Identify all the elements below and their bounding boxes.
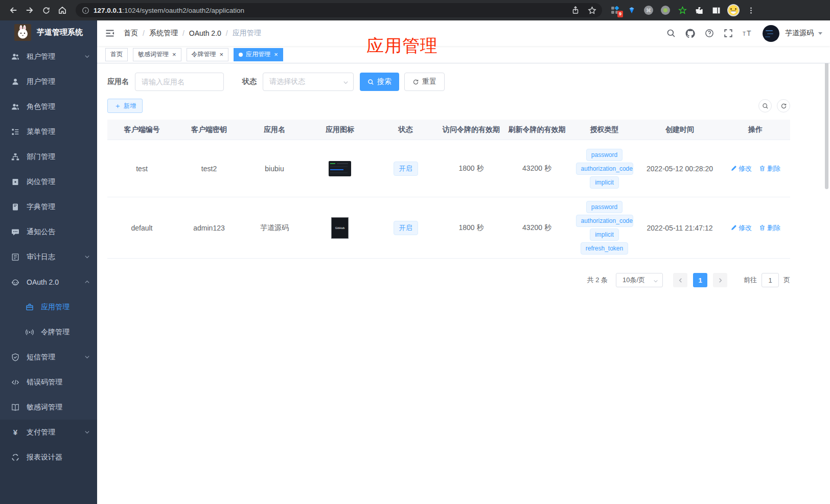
app-logo-rabbit bbox=[14, 24, 31, 41]
sidebar-item-user[interactable]: 用户管理 bbox=[0, 69, 97, 94]
star-extension-icon[interactable] bbox=[678, 6, 687, 15]
reload-icon[interactable] bbox=[38, 2, 54, 18]
command-extension-icon[interactable]: ⌘ bbox=[644, 6, 653, 15]
user-icon bbox=[11, 78, 19, 86]
breadcrumb-home[interactable]: 首页 bbox=[124, 29, 138, 38]
collapse-sidebar-icon[interactable] bbox=[105, 28, 115, 38]
scrollbar-thumb[interactable] bbox=[825, 60, 828, 189]
sidebar-item-pay[interactable]: ¥ 支付管理 bbox=[0, 420, 97, 445]
back-icon[interactable] bbox=[5, 2, 21, 18]
sidebar-item-oauth2-token[interactable]: 令牌管理 bbox=[0, 319, 97, 345]
status-badge[interactable]: 开启 bbox=[394, 221, 418, 235]
breadcrumb-oauth2[interactable]: OAuth 2.0 bbox=[189, 29, 221, 37]
extensions-puzzle-icon[interactable] bbox=[695, 6, 704, 15]
font-size-icon[interactable]: TT bbox=[743, 29, 753, 38]
sidebar-item-sensitive-word[interactable]: 敏感词管理 bbox=[0, 395, 97, 420]
toolbar-search-toggle-button[interactable] bbox=[758, 99, 772, 112]
user-avatar[interactable] bbox=[763, 25, 779, 42]
briefcase-icon bbox=[26, 303, 34, 311]
sidebar-item-error-code[interactable]: 错误码管理 bbox=[0, 370, 97, 395]
gem-extension-icon[interactable] bbox=[627, 6, 636, 15]
reset-button[interactable]: 重置 bbox=[404, 73, 445, 91]
sidebar-item-oauth2[interactable]: OAuth 2.0 bbox=[0, 269, 97, 294]
sidebar-item-menu[interactable]: 菜单管理 bbox=[0, 119, 97, 144]
breadcrumb-system[interactable]: 系统管理 bbox=[149, 29, 178, 38]
user-menu-caret-icon[interactable] bbox=[818, 32, 822, 35]
toolbar-refresh-button[interactable] bbox=[777, 99, 790, 112]
forward-icon[interactable] bbox=[21, 2, 38, 18]
next-page-button[interactable] bbox=[713, 273, 727, 287]
status-badge[interactable]: 开启 bbox=[394, 162, 418, 176]
recorder-extension-icon[interactable] bbox=[661, 6, 670, 15]
search-button[interactable]: 搜索 bbox=[360, 73, 399, 91]
status-select[interactable]: 请选择状态 bbox=[263, 73, 354, 91]
app-icon-thumbnail[interactable]: GitHub bbox=[331, 217, 349, 239]
sidebar-menu: 租户管理 用户管理 角色管理 菜单管理 部门管理 岗位管理 bbox=[0, 44, 97, 504]
sidebar-item-role[interactable]: 角色管理 bbox=[0, 94, 97, 119]
username-label[interactable]: 芋道源码 bbox=[785, 29, 814, 38]
sidebar-item-notice[interactable]: 通知公告 bbox=[0, 219, 97, 244]
pen-icon bbox=[730, 224, 737, 231]
edit-link[interactable]: 修改 bbox=[730, 164, 752, 173]
address-bar[interactable]: 127.0.0.1:1024/system/oauth2/oauth2/appl… bbox=[76, 3, 602, 17]
page-size-select[interactable]: 10条/页 bbox=[616, 273, 663, 287]
prev-page-button[interactable] bbox=[673, 273, 687, 287]
home-icon[interactable] bbox=[54, 2, 71, 18]
app-name-input[interactable] bbox=[135, 73, 224, 91]
help-icon[interactable] bbox=[705, 29, 714, 38]
grant-tag: refresh_token bbox=[581, 242, 628, 255]
sidebar-item-tenant[interactable]: 租户管理 bbox=[0, 44, 97, 69]
sidebar-item-audit-log[interactable]: 审计日志 bbox=[0, 244, 97, 269]
page-number-1[interactable]: 1 bbox=[693, 273, 707, 287]
cell-access-validity: 1800 秒 bbox=[439, 164, 504, 173]
goto-page-input[interactable] bbox=[762, 273, 779, 287]
browser-toolbar: 127.0.0.1:1024/system/oauth2/oauth2/appl… bbox=[0, 0, 830, 20]
cell-client-id: default bbox=[107, 224, 176, 232]
delete-link[interactable]: 删除 bbox=[759, 164, 780, 173]
side-panel-icon[interactable] bbox=[711, 6, 721, 15]
tab-home[interactable]: 首页 bbox=[105, 48, 128, 61]
tab-groups-extension-icon[interactable]: 9 bbox=[610, 6, 619, 15]
fullscreen-icon[interactable] bbox=[724, 29, 733, 38]
breadcrumb: 首页 / 系统管理 / OAuth 2.0 / 应用管理 bbox=[124, 29, 261, 38]
app-icon-thumbnail[interactable] bbox=[329, 161, 351, 176]
delete-link[interactable]: 删除 bbox=[759, 223, 780, 233]
tab-application[interactable]: 应用管理× bbox=[234, 48, 283, 61]
sidebar-item-sms[interactable]: 短信管理 bbox=[0, 345, 97, 370]
sidebar-item-post[interactable]: 岗位管理 bbox=[0, 169, 97, 194]
chevron-down-icon bbox=[84, 254, 90, 260]
site-info-icon[interactable] bbox=[82, 7, 89, 14]
open-book-icon bbox=[11, 403, 19, 411]
github-icon[interactable] bbox=[685, 29, 695, 38]
cell-app-name: 芋道源码 bbox=[242, 223, 307, 233]
sidebar-item-report-designer[interactable]: 报表设计器 bbox=[0, 445, 97, 470]
sidebar-item-dict[interactable]: 字典管理 bbox=[0, 194, 97, 219]
shield-check-icon bbox=[11, 353, 19, 361]
app-name-label: 应用名 bbox=[107, 77, 129, 86]
grant-type-tags: password authorization_code implicit bbox=[576, 149, 633, 189]
signal-waves-icon bbox=[26, 328, 34, 336]
extension-badge: 9 bbox=[617, 11, 623, 17]
app-logo-row[interactable]: 芋道管理系统 bbox=[0, 20, 97, 44]
pagination: 共 2 条 10条/页 1 前往 页 bbox=[107, 273, 790, 287]
tab-token[interactable]: 令牌管理× bbox=[187, 48, 229, 61]
grant-tag: implicit bbox=[590, 176, 619, 189]
tab-sensitive-word[interactable]: 敏感词管理× bbox=[133, 48, 181, 61]
close-icon[interactable]: × bbox=[274, 51, 278, 58]
close-icon[interactable]: × bbox=[172, 51, 176, 58]
sidebar-bottom-group: ¥ 支付管理 报表设计器 bbox=[0, 420, 97, 504]
share-icon[interactable] bbox=[568, 3, 583, 17]
sidebar-item-dept[interactable]: 部门管理 bbox=[0, 144, 97, 169]
applications-table: 客户端编号 客户端密钥 应用名 应用图标 状态 访问令牌的有效期 刷新令牌的有效… bbox=[107, 120, 790, 259]
cell-client-id: test bbox=[107, 165, 176, 173]
active-dot bbox=[239, 53, 243, 57]
profile-avatar-emoji[interactable] bbox=[728, 5, 739, 15]
trash-icon bbox=[759, 224, 766, 231]
sidebar-item-oauth2-application[interactable]: 应用管理 bbox=[0, 294, 97, 319]
close-icon[interactable]: × bbox=[220, 51, 224, 58]
edit-link[interactable]: 修改 bbox=[730, 223, 752, 233]
bookmark-star-icon[interactable] bbox=[585, 3, 599, 17]
add-button[interactable]: ＋新增 bbox=[107, 99, 143, 113]
header-search-icon[interactable] bbox=[666, 29, 676, 38]
browser-menu-icon[interactable] bbox=[746, 6, 755, 15]
